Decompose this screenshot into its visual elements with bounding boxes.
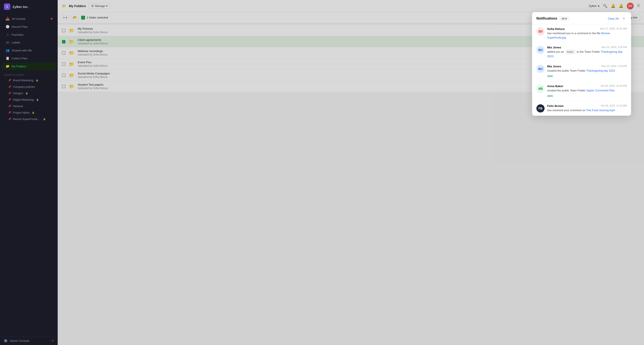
notification-item: MJ Mia Jones Nov 22, 2023, 2:26 PM added… (532, 43, 631, 62)
sender-name: Sofia Deluca (547, 27, 564, 30)
avatar: FB (536, 104, 544, 112)
notification-top: Anna Baker Oct 30, 2023, 12:34 PM (547, 84, 627, 88)
notification-panel: Notifications All ▾ Clear All ✕ SD Sofia… (532, 12, 631, 116)
notification-text: added you as Editor to the Team Folder T… (547, 50, 627, 58)
notification-time: Nov 27, 2023, 10:32 AM (600, 27, 627, 30)
notification-text: has mentioned you in a comment in the fi… (547, 31, 627, 39)
notification-top: Mia Jones Nov 22, 2023, 2:19 PM (547, 65, 627, 68)
notification-body: Mia Jones Nov 22, 2023, 2:26 PM added yo… (547, 46, 627, 58)
notification-top: Felix Brown Oct 26, 2023, 11:53 AM (547, 104, 627, 107)
sender-name: Mia Jones (547, 65, 561, 68)
notification-top: Mia Jones Nov 22, 2023, 2:26 PM (547, 46, 627, 49)
avatar: SD (536, 27, 544, 35)
notification-item: MJ Mia Jones Nov 22, 2023, 2:19 PM creat… (532, 62, 631, 81)
join-button[interactable]: Join (547, 94, 553, 98)
role-badge: Editor (566, 50, 575, 54)
notification-top: Sofia Deluca Nov 27, 2023, 10:32 AM (547, 27, 627, 30)
notification-list: SD Sofia Deluca Nov 27, 2023, 10:32 AM h… (532, 24, 631, 116)
notification-filter[interactable]: All ▾ (560, 16, 569, 21)
notification-link[interactable]: The Food Journey.mp4 (586, 109, 615, 112)
sender-name: Felix Brown (547, 104, 564, 107)
notification-item: SD Sofia Deluca Nov 27, 2023, 10:32 AM h… (532, 24, 631, 43)
sender-name: Anna Baker (547, 84, 563, 88)
clear-all-button[interactable]: Clear All (608, 17, 618, 20)
notification-title: Notifications (536, 16, 557, 20)
close-button[interactable]: ✕ (621, 15, 627, 21)
notification-link[interactable]: Zapier Converted Files (586, 89, 615, 92)
filter-label: All (562, 17, 564, 20)
notification-text: has resolved your comment on The Food Jo… (547, 108, 627, 112)
notification-item: AB Anna Baker Oct 30, 2023, 12:34 PM cre… (532, 81, 631, 101)
notification-body: Sofia Deluca Nov 27, 2023, 10:32 AM has … (547, 27, 627, 39)
join-button[interactable]: Join (547, 74, 553, 78)
notification-body: Mia Jones Nov 22, 2023, 2:19 PM created … (547, 65, 627, 78)
notification-header: Notifications All ▾ Clear All ✕ (532, 12, 631, 24)
notification-time: Nov 22, 2023, 2:26 PM (602, 46, 627, 48)
notification-item: FB Felix Brown Oct 26, 2023, 11:53 AM ha… (532, 101, 631, 116)
avatar: AB (536, 84, 544, 93)
notification-text: created the public Team Folder Zapier Co… (547, 88, 627, 98)
notification-body: Anna Baker Oct 30, 2023, 12:34 PM create… (547, 84, 627, 98)
avatar: MJ (536, 46, 544, 54)
notification-body: Felix Brown Oct 26, 2023, 11:53 AM has r… (547, 104, 627, 112)
notification-link[interactable]: Thanksgiving day 2023 (586, 69, 615, 72)
notification-time: Oct 30, 2023, 12:34 PM (601, 84, 627, 87)
avatar: MJ (536, 65, 544, 73)
chevron-down-icon: ▾ (566, 17, 567, 20)
notification-time: Nov 22, 2023, 2:19 PM (602, 65, 627, 67)
sender-name: Mia Jones (547, 46, 561, 49)
notification-text: created the public Team Folder Thanksgiv… (547, 69, 627, 78)
notification-overlay[interactable]: Notifications All ▾ Clear All ✕ SD Sofia… (0, 0, 644, 345)
notification-time: Oct 26, 2023, 11:53 AM (601, 104, 627, 107)
